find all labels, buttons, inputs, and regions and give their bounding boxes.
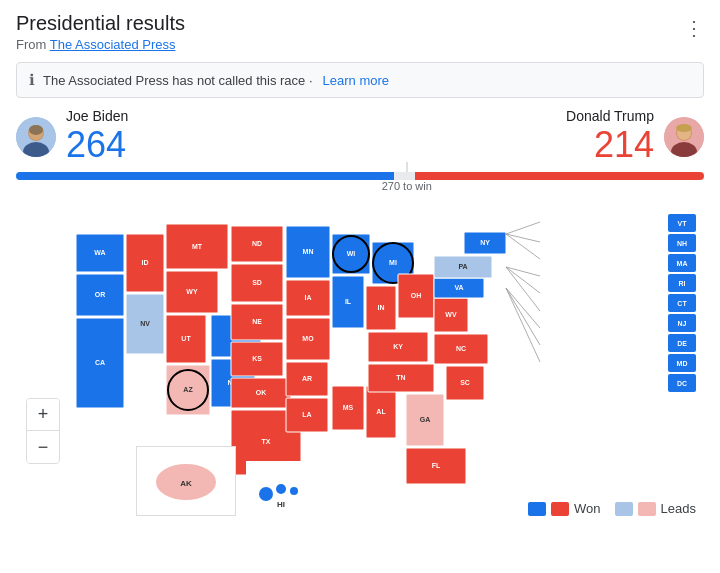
state-fl xyxy=(406,448,466,484)
state-nv xyxy=(126,294,164,354)
alaska-map: AK xyxy=(146,454,226,509)
state-ri: RI xyxy=(668,274,696,292)
map-wrapper: WA OR CA ID NV MT WY xyxy=(16,204,704,524)
notice-bar: ℹ The Associated Press has not called th… xyxy=(16,62,704,98)
state-tn xyxy=(368,364,434,392)
svg-point-60 xyxy=(259,487,273,501)
svg-point-4 xyxy=(29,125,43,135)
state-ga xyxy=(406,394,444,446)
alaska-inset: AK xyxy=(136,446,236,516)
state-nd xyxy=(231,226,283,262)
legend-red-leads-box xyxy=(638,502,656,516)
state-wi xyxy=(332,234,370,274)
state-ar xyxy=(286,362,328,396)
svg-line-57 xyxy=(506,288,540,362)
trump-section: Donald Trump 214 xyxy=(566,108,704,166)
hawaii-inset: HI xyxy=(246,461,316,516)
state-pa xyxy=(434,256,492,278)
state-mo xyxy=(286,318,330,360)
biden-avatar xyxy=(16,117,56,157)
state-ut xyxy=(166,315,206,363)
info-icon: ℹ xyxy=(29,71,35,89)
state-la xyxy=(286,398,328,432)
us-map: WA OR CA ID NV MT WY xyxy=(16,204,596,489)
state-ca xyxy=(76,318,124,408)
state-oh xyxy=(398,274,434,318)
svg-text:AK: AK xyxy=(180,479,192,488)
state-nj: NJ xyxy=(668,314,696,332)
state-ia xyxy=(286,280,330,316)
state-ky xyxy=(368,332,428,362)
subtitle: From The Associated Press xyxy=(16,37,185,52)
legend-red-won-box xyxy=(551,502,569,516)
biden-bar xyxy=(16,172,394,180)
state-az xyxy=(166,365,210,415)
state-ok xyxy=(231,378,291,408)
biden-section: Joe Biden 264 xyxy=(16,108,128,166)
page-title: Presidential results xyxy=(16,12,185,35)
zoom-in-button[interactable]: + xyxy=(27,399,59,431)
svg-line-52 xyxy=(506,267,540,276)
state-sd xyxy=(231,264,283,302)
state-ma: MA xyxy=(668,254,696,272)
legend-blue-won-box xyxy=(528,502,546,516)
trump-name: Donald Trump xyxy=(566,108,654,124)
legend-won-label: Won xyxy=(574,501,601,516)
svg-line-55 xyxy=(506,288,540,328)
trump-votes: 214 xyxy=(566,124,654,166)
state-il xyxy=(332,276,364,328)
legend-won-item: Won xyxy=(528,501,601,516)
legend-blue-leads-box xyxy=(615,502,633,516)
state-in xyxy=(366,286,396,330)
gap-bar xyxy=(394,172,415,180)
small-states-column: VT NH MA RI CT NJ DE MD DC xyxy=(668,214,696,392)
win-marker xyxy=(406,162,407,172)
state-ny xyxy=(464,232,506,254)
svg-point-9 xyxy=(676,124,692,132)
candidates-row: Joe Biden 264 Donald Trump 214 xyxy=(16,108,704,166)
win-threshold-label: 270 to win xyxy=(382,180,432,192)
svg-text:HI: HI xyxy=(277,500,285,509)
zoom-out-button[interactable]: − xyxy=(27,431,59,463)
svg-line-49 xyxy=(506,222,540,234)
svg-line-56 xyxy=(506,288,540,345)
trump-avatar xyxy=(664,117,704,157)
svg-point-62 xyxy=(290,487,298,495)
state-ne xyxy=(231,304,283,340)
state-nh: NH xyxy=(668,234,696,252)
state-vt: VT xyxy=(668,214,696,232)
legend-leads-label: Leads xyxy=(661,501,696,516)
zoom-controls: + − xyxy=(26,398,60,464)
state-id xyxy=(126,234,164,292)
state-ks xyxy=(231,342,283,376)
state-al xyxy=(366,386,396,438)
state-wa xyxy=(76,234,124,272)
state-sc xyxy=(446,366,484,400)
ap-link[interactable]: The Associated Press xyxy=(50,37,176,52)
svg-point-61 xyxy=(276,484,286,494)
notice-text: The Associated Press has not called this… xyxy=(43,73,313,88)
hawaii-map: HI xyxy=(251,469,311,509)
legend: Won Leads xyxy=(528,501,696,516)
state-wv xyxy=(434,298,468,332)
state-mt xyxy=(166,224,228,269)
state-dc: DC xyxy=(668,374,696,392)
map-section: WA OR CA ID NV MT WY xyxy=(16,204,704,524)
biden-votes: 264 xyxy=(66,124,128,166)
biden-name: Joe Biden xyxy=(66,108,128,124)
trump-bar xyxy=(415,172,704,180)
state-wy xyxy=(166,271,218,313)
state-de: DE xyxy=(668,334,696,352)
state-ms xyxy=(332,386,364,430)
more-icon[interactable]: ⋮ xyxy=(684,16,704,40)
learn-more-link[interactable]: Learn more xyxy=(323,73,389,88)
progress-container: 270 to win xyxy=(16,172,704,196)
state-nc xyxy=(434,334,488,364)
state-mn xyxy=(286,226,330,278)
progress-bar xyxy=(16,172,704,180)
state-or xyxy=(76,274,124,316)
state-md: MD xyxy=(668,354,696,372)
state-ct: CT xyxy=(668,294,696,312)
legend-leads-item: Leads xyxy=(615,501,696,516)
state-va xyxy=(434,278,484,298)
